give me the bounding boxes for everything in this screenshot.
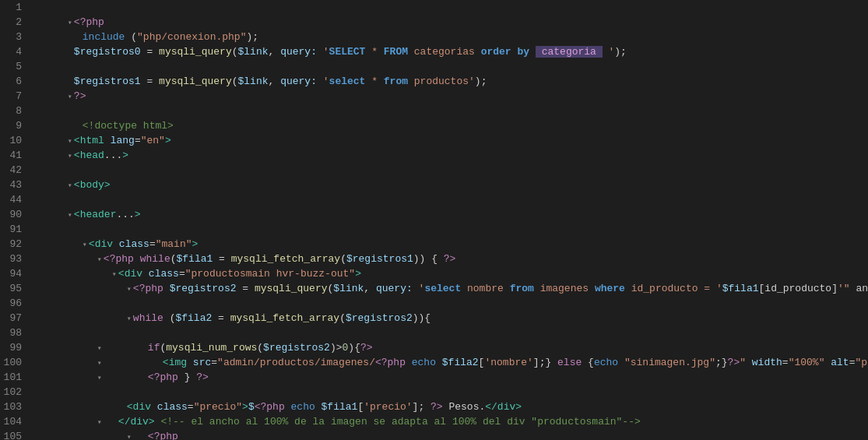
code-line-1: ▾<?php bbox=[28, 0, 868, 15]
code-line-8: <!doctype html> bbox=[28, 104, 868, 118]
code-line-98: ▾if(mysqli_num_rows($registros2)>0){?> bbox=[28, 326, 868, 340]
code-line-43 bbox=[28, 178, 868, 192]
code-line-5: ▾$registros1 = mysqli_query($link, query… bbox=[28, 59, 868, 74]
code-line-42: ▾<body> bbox=[28, 163, 868, 178]
code-line-2: include ("php/conexion.php"); bbox=[28, 15, 868, 30]
line-numbers: 1 2 3 4 5 6 7 8 9 10 41 42 43 44 90 91 9… bbox=[0, 0, 28, 440]
code-line-44: ▾<header...> bbox=[28, 192, 868, 207]
code-line-96: ▾while ($fila2 = mysqli_fetch_array($reg… bbox=[28, 296, 868, 311]
code-line-7 bbox=[28, 89, 868, 104]
code-line-90 bbox=[28, 207, 868, 222]
code-line-41 bbox=[28, 148, 868, 163]
code-area: ▾<?php include ("php/conexion.php"); ▾$r… bbox=[28, 0, 868, 440]
code-line-102: <div class="precio">$<?php echo $fila1['… bbox=[28, 385, 868, 400]
code-line-91: ▾<div class="main"> bbox=[28, 222, 868, 237]
code-editor: 1 2 3 4 5 6 7 8 9 10 41 42 43 44 90 91 9… bbox=[0, 0, 868, 440]
